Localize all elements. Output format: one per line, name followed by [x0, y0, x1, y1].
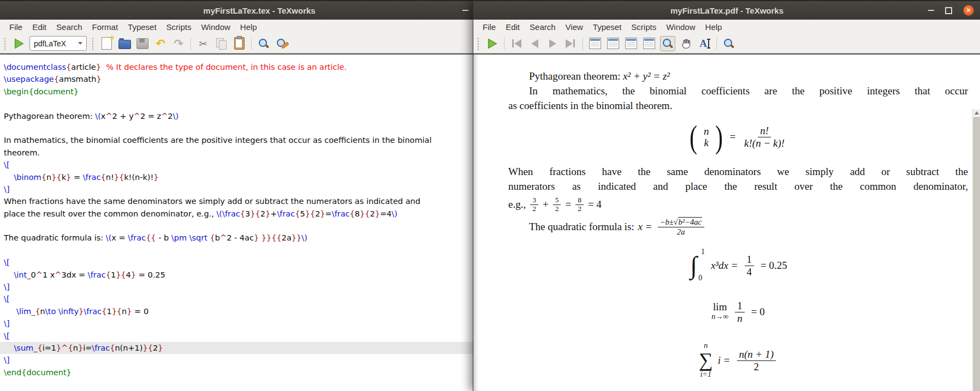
find-replace-icon: [276, 38, 287, 49]
code-line[interactable]: Pythagorean theorem: \(x^2 + y^2 = z^2\): [0, 110, 519, 122]
typeset-format-dropdown[interactable]: pdfLaTeX: [29, 36, 87, 51]
scrollbar-thumb[interactable]: [973, 117, 980, 391]
copy-button[interactable]: [214, 37, 228, 51]
source-editor[interactable]: \documentclass{article} % It declares th…: [0, 55, 519, 391]
code-line[interactable]: \usepackage{amsmath}: [0, 73, 519, 85]
new-file-icon: ✦: [102, 37, 112, 50]
find-in-pdf-button[interactable]: [722, 37, 736, 51]
code-line[interactable]: \[: [0, 330, 519, 342]
next-page-button[interactable]: [545, 37, 560, 51]
code-line[interactable]: The quadratic formula is: \(x = \frac{{ …: [0, 232, 519, 244]
menu-window[interactable]: Window: [661, 22, 700, 32]
code-line[interactable]: When fractions have the same denominator…: [0, 195, 519, 207]
first-page-button[interactable]: [509, 37, 524, 51]
undo-button[interactable]: ↶: [153, 37, 168, 51]
first-page-icon: [512, 39, 521, 48]
menu-help[interactable]: Help: [235, 22, 262, 32]
new-file-button[interactable]: ✦: [99, 37, 114, 51]
code-line[interactable]: [0, 122, 519, 134]
redo-button[interactable]: ↷: [171, 37, 186, 51]
scroll-up-icon[interactable]: [975, 111, 979, 115]
menu-edit[interactable]: Edit: [27, 22, 51, 32]
actual-size-button[interactable]: [624, 37, 638, 51]
pdf-titlebar[interactable]: myFirstLaTex.pdf - TeXworks ×: [473, 0, 980, 20]
menu-format[interactable]: Format: [87, 22, 123, 32]
menu-window[interactable]: Window: [196, 22, 235, 32]
code-line[interactable]: \binom{n}{k} = \frac{n!}{k!(n-k)!}: [0, 171, 519, 183]
menu-view[interactable]: View: [561, 22, 588, 32]
code-line[interactable]: \]: [0, 281, 519, 293]
fit-width-button[interactable]: [588, 37, 602, 51]
minimize-button[interactable]: [462, 10, 468, 11]
paste-button[interactable]: [232, 37, 246, 51]
hand-tool-button[interactable]: [679, 37, 693, 51]
code-line[interactable]: [0, 220, 519, 232]
actual-size-icon: [625, 38, 637, 49]
code-line[interactable]: \documentclass{article} % It declares th…: [0, 61, 519, 73]
menu-scripts[interactable]: Scripts: [162, 22, 197, 32]
find-replace-button[interactable]: [275, 37, 289, 51]
toolbar-grip: [477, 37, 480, 50]
redo-icon: ↷: [174, 37, 183, 50]
fit-window-button[interactable]: [606, 37, 620, 51]
last-page-button[interactable]: [563, 37, 578, 51]
pdf-paragraph-line: When fractions have the same denominator…: [508, 164, 968, 179]
code-line[interactable]: \]: [0, 183, 519, 195]
pdf-window-title: myFirstLaTex.pdf - TeXworks: [670, 6, 783, 15]
pdf-toolbar: A: [473, 34, 980, 53]
menu-edit[interactable]: Edit: [501, 22, 525, 32]
magnify-tool-button[interactable]: [660, 36, 675, 51]
code-line[interactable]: \[: [0, 256, 519, 268]
menu-file[interactable]: File: [478, 22, 501, 32]
editor-titlebar[interactable]: myFirstLaTex.tex - TeXworks: [0, 0, 519, 20]
continuous-view-button[interactable]: [642, 37, 656, 51]
menu-search[interactable]: Search: [51, 22, 87, 32]
text-select-tool-button[interactable]: A: [697, 37, 711, 51]
close-button[interactable]: ×: [963, 5, 974, 16]
chevron-down-icon: [78, 42, 82, 45]
code-line[interactable]: [0, 98, 519, 110]
menu-file[interactable]: File: [4, 22, 27, 32]
code-line[interactable]: \end{document}: [0, 366, 519, 378]
minimize-button[interactable]: [928, 10, 934, 11]
code-line[interactable]: \begin{document}: [0, 86, 519, 98]
code-line[interactable]: \]: [0, 317, 519, 329]
cut-button[interactable]: ✂: [196, 37, 210, 51]
previous-page-button[interactable]: [527, 37, 542, 51]
pdf-line-quadratic: The quadratic formula is: x = −b±√b²−4ac…: [508, 215, 968, 238]
find-button[interactable]: [257, 37, 271, 51]
pdf-vertical-scrollbar[interactable]: [972, 109, 980, 391]
pdf-window: myFirstLaTex.pdf - TeXworks × FileEditSe…: [473, 0, 980, 391]
equation-sum: n ∑ i=1 i = n(n + 1)2: [508, 335, 968, 386]
typeset-format-value: pdfLaTeX: [34, 39, 66, 48]
code-line[interactable]: \[: [0, 293, 519, 305]
code-line[interactable]: \lim_{n\to \infty}\frac{1}{n} = 0: [0, 305, 519, 317]
pdf-paragraph-line: as coefficients in the binomial theorem.: [508, 98, 968, 113]
save-file-button[interactable]: [135, 37, 150, 51]
pdf-page[interactable]: Pythagorean theorem: x² + y² = z² In mat…: [473, 55, 980, 391]
code-line[interactable]: [0, 244, 519, 256]
menu-help[interactable]: Help: [700, 22, 727, 32]
code-line-current[interactable]: \sum_{i=1}^{n}i=\frac{n(n+1)}{2}: [0, 342, 519, 354]
editor-window-title: myFirstLaTex.tex - TeXworks: [203, 6, 315, 15]
code-line[interactable]: theorem.: [0, 147, 519, 159]
typeset-run-button[interactable]: [11, 37, 26, 51]
typeset-run-button[interactable]: [485, 37, 499, 51]
code-line[interactable]: \]: [0, 354, 519, 366]
code-line[interactable]: place the result over the common denomin…: [0, 208, 519, 220]
code-line[interactable]: \[: [0, 159, 519, 171]
toolbar-separator: [716, 37, 717, 50]
maximize-button[interactable]: [945, 7, 952, 14]
menu-typeset[interactable]: Typeset: [123, 22, 162, 32]
code-line[interactable]: \int_0^1 x^3dx = \frac{1}{4} = 0.25: [0, 269, 519, 281]
previous-page-icon: [531, 39, 538, 48]
open-file-button[interactable]: [117, 37, 132, 51]
pdf-content: Pythagorean theorem: x² + y² = z² In mat…: [508, 55, 968, 386]
menu-search[interactable]: Search: [525, 22, 561, 32]
menu-scripts[interactable]: Scripts: [626, 22, 661, 32]
menu-typeset[interactable]: Typeset: [588, 22, 627, 32]
pdf-paragraph-line: In mathematics, the binomial coefficient…: [508, 83, 968, 98]
toolbar-separator: [583, 37, 583, 50]
code-line[interactable]: In mathematics, the binomial coefficient…: [0, 134, 519, 146]
scissors-icon: ✂: [199, 38, 207, 50]
